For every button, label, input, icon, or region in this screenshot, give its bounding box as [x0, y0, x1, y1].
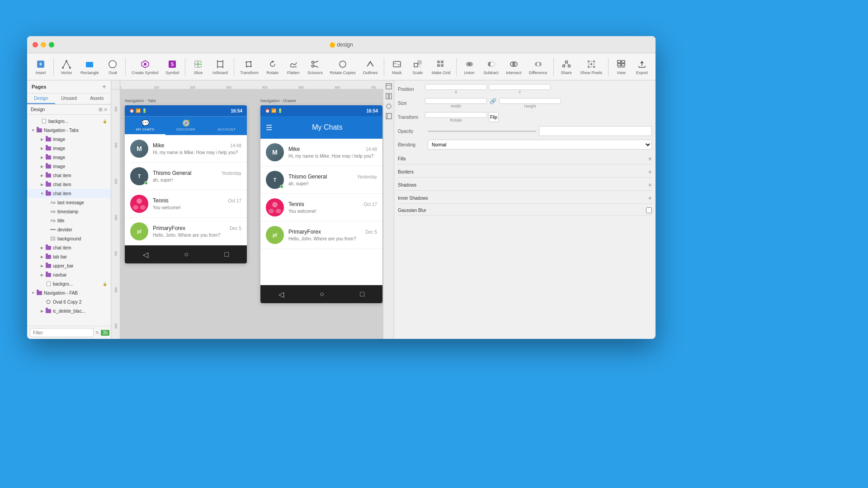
lock-ratio-icon[interactable]: 🔗 — [489, 98, 497, 108]
right-icon-2[interactable] — [385, 92, 393, 100]
share-tool[interactable]: Share — [557, 57, 576, 77]
export-tool[interactable]: Export — [632, 57, 652, 77]
inner-shadows-add-button[interactable]: + — [648, 194, 652, 202]
chat-item-forex-1[interactable]: pf PrimaryForex Dec 5 Hello, John. Where… — [125, 218, 247, 245]
layer-navbar[interactable]: ▶ navbar — [27, 270, 111, 279]
scale-tool[interactable]: Scale — [408, 57, 428, 77]
tab-assets[interactable]: Assets — [83, 94, 111, 104]
union-tool[interactable]: Union — [459, 57, 479, 77]
rotate-input[interactable] — [425, 112, 487, 118]
chat-item-thismo-2[interactable]: T Thismo General Yesterday ah, super! — [260, 166, 382, 194]
make-grid-tool[interactable]: Make Grid — [429, 57, 453, 77]
layer-image-4[interactable]: ▶ image — [27, 162, 111, 171]
nav-home-icon[interactable]: ○ — [184, 250, 189, 258]
scissors-tool[interactable]: Scissors — [304, 57, 326, 77]
maximize-button[interactable] — [49, 42, 54, 47]
layer-chat-item-1[interactable]: ▶ chat item — [27, 171, 111, 180]
difference-tool[interactable]: Difference — [526, 57, 551, 77]
transform-tool[interactable]: Transform — [237, 57, 262, 77]
outlines-tool[interactable]: Outlines — [359, 57, 381, 77]
design-grid-icon[interactable]: ⊞ — [99, 107, 103, 113]
chat-item-thismo-1[interactable]: T Thismo General Yesterday ah, super! — [125, 163, 247, 190]
oval-tool[interactable]: Oval — [103, 57, 123, 77]
layer-chat-item-expanded[interactable]: ▼ chat item — [27, 189, 111, 198]
slice-tool[interactable]: Slice — [188, 57, 208, 77]
borders-add-button[interactable]: + — [648, 168, 652, 175]
intersect-tool[interactable]: Intersect — [503, 57, 525, 77]
nav-recent-icon-2[interactable]: □ — [360, 290, 365, 298]
nav-back-icon[interactable]: ◁ — [143, 250, 148, 259]
rectangle-tool[interactable]: Rectangle — [77, 57, 102, 77]
fills-add-button[interactable]: + — [648, 155, 652, 162]
position-y-input[interactable] — [489, 84, 551, 90]
size-height-input[interactable] — [499, 98, 561, 104]
tab-account[interactable]: 👤 ACCOUNT — [206, 117, 247, 135]
nav-recent-icon[interactable]: □ — [225, 250, 229, 258]
tab-unused[interactable]: Unused — [55, 94, 83, 104]
layer-title[interactable]: Aa title — [27, 216, 111, 225]
tab-my-chats[interactable]: 💬 MY CHATS — [125, 117, 165, 135]
hamburger-icon[interactable]: ☰ — [266, 123, 272, 132]
show-pixels-tool[interactable]: Show Pixels — [577, 57, 606, 77]
layer-tab-bar[interactable]: ▶ tab bar — [27, 252, 111, 261]
layer-image-3[interactable]: ▶ image — [27, 153, 111, 162]
right-icon-4[interactable] — [385, 112, 393, 120]
opacity-slider[interactable] — [428, 131, 536, 132]
artboard-tool[interactable]: Artboard — [209, 57, 231, 77]
layer-ic-delete[interactable]: ▶ ic_delete_blac... — [27, 306, 111, 315]
toolbar-divider-5 — [384, 58, 384, 76]
design-list-icon[interactable]: ≡ — [104, 107, 107, 113]
tab-design[interactable]: Design — [27, 94, 55, 104]
create-symbol-tool[interactable]: Create Symbol — [128, 57, 161, 77]
minimize-button[interactable] — [41, 42, 46, 47]
shadows-add-button[interactable]: + — [648, 181, 652, 188]
slice-icon — [193, 59, 203, 70]
tab-discover[interactable]: 🧭 DISCOVER — [165, 117, 206, 135]
flip-button[interactable]: Flip — [489, 112, 499, 122]
blending-select[interactable]: Normal — [428, 140, 652, 150]
nav-back-icon-2[interactable]: ◁ — [278, 290, 284, 299]
layer-devider[interactable]: devider — [27, 225, 111, 234]
view-tool[interactable]: View — [611, 57, 631, 77]
subtract-tool[interactable]: Subtract — [480, 57, 502, 77]
layer-chat-item-2[interactable]: ▶ chat item — [27, 180, 111, 189]
layer-upper-bar[interactable]: ▶ upper_bar — [27, 261, 111, 270]
chat-item-mike-1[interactable]: M Mike 14:48 Hi, my name is Mike. How ma… — [125, 135, 247, 163]
filter-input[interactable] — [30, 328, 94, 337]
symbol-tool[interactable]: S Symbol — [162, 57, 183, 77]
svg-rect-90 — [386, 113, 392, 119]
nav-home-icon-2[interactable]: ○ — [320, 290, 324, 298]
right-icon-1[interactable] — [385, 82, 393, 90]
layer-image-1[interactable]: ▶ image — [27, 135, 111, 144]
layer-timestamp[interactable]: Aa timestamp — [27, 207, 111, 216]
close-button[interactable] — [33, 42, 38, 47]
rotate-tool[interactable]: Rotate — [263, 57, 283, 77]
insert-tool[interactable]: + Insert — [31, 57, 51, 77]
layer-chat-item-4[interactable]: ▶ chat item — [27, 243, 111, 252]
layer-oval6[interactable]: Oval 6 Copy 2 — [27, 297, 111, 306]
layer-backgro-2[interactable]: backgro... 🔒 — [27, 279, 111, 288]
layer-last-message[interactable]: Aa last message — [27, 198, 111, 207]
rotate-copies-tool[interactable]: Rotate Copies — [327, 57, 359, 77]
position-x-input[interactable] — [425, 84, 487, 90]
chat-item-tennis-1[interactable]: Tennis Oct 17 You welcome! — [125, 190, 247, 218]
size-width-input[interactable] — [425, 98, 487, 104]
vector-tool[interactable]: Vector — [57, 57, 76, 77]
pages-add-button[interactable]: + — [102, 83, 106, 90]
flatten-tool[interactable]: Flatten — [283, 57, 303, 77]
layer-nav-fab[interactable]: ▼ Navigation - FAB — [27, 288, 111, 297]
chat-item-forex-2[interactable]: pf PrimaryForex Dec 5 Hello, John. Where… — [260, 221, 382, 249]
mask-tool[interactable]: Mask — [387, 57, 407, 77]
chat-item-tennis-2[interactable]: Tennis Oct 17 You welcome! — [260, 194, 382, 221]
layer-nav-tabs[interactable]: ▼ Navigation - Tabs — [27, 126, 111, 135]
layer-background[interactable]: background — [27, 234, 111, 243]
layer-image-2[interactable]: ▶ image — [27, 144, 111, 153]
gaussian-blur-checkbox[interactable] — [646, 207, 652, 213]
svg-point-72 — [47, 300, 50, 304]
right-icon-3[interactable] — [385, 102, 393, 110]
canvas-area[interactable]: 0 100 200 300 400 500 600 700 800 900 1,… — [111, 80, 383, 339]
layer-background-locked[interactable]: backgro... 🔒 — [27, 117, 111, 126]
chat-item-mike-2[interactable]: M Mike 14:48 Hi, my name is Mike. How ma… — [260, 139, 382, 166]
filter-edit-icon[interactable]: ✎ — [95, 330, 99, 335]
opacity-input[interactable] — [539, 126, 652, 136]
